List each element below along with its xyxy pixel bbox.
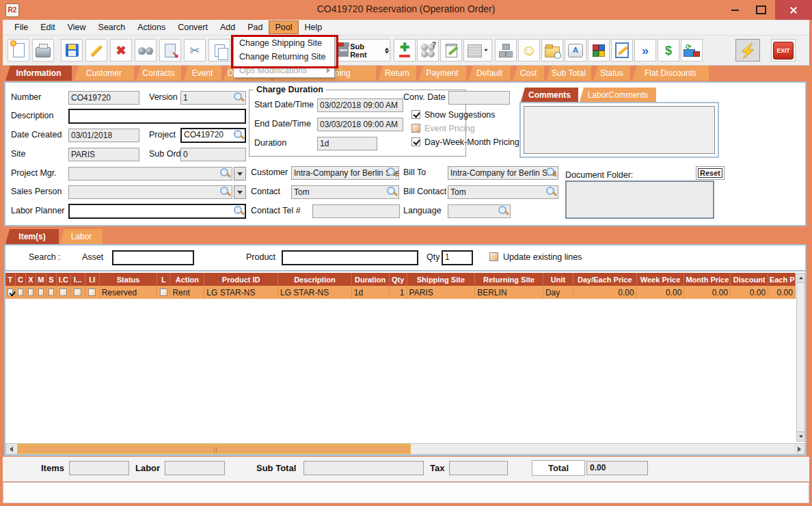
version-search-icon[interactable] [234,92,244,103]
minimize-button[interactable] [723,0,746,20]
tab-cost[interactable]: Cost [513,66,544,81]
contact-field[interactable]: Tom [291,185,399,199]
row-t-checkbox[interactable] [8,289,13,296]
contact-tel-field[interactable] [312,204,400,218]
labor-planner-search-icon[interactable] [234,206,244,216]
shortcut-key-button[interactable]: A [565,39,586,62]
tab-flat-discounts[interactable]: Flat Discounts [632,66,709,81]
day-week-month-checkbox[interactable] [411,137,420,146]
calendar-button[interactable] [463,39,492,62]
show-suggestions-checkbox[interactable] [411,110,420,119]
customer-button[interactable]: ☺ [518,39,540,62]
menu-file[interactable]: File [8,21,34,34]
row-product-id[interactable]: LG STAR-NS [204,286,278,299]
availability-button[interactable]: ? [417,39,439,62]
menu-actions[interactable]: Actions [131,21,172,34]
description-input[interactable] [68,109,246,124]
quick-launch-button[interactable]: ⚡ [735,39,760,62]
items-horizontal-scrollbar[interactable] [5,443,805,455]
project-mgr-search-icon[interactable] [220,168,230,178]
row-s-checkbox[interactable] [49,289,54,296]
row-discount[interactable]: 0.00 [731,286,768,299]
items-vertical-scrollbar[interactable] [796,273,805,442]
menu-item-change-shipping-site[interactable]: Change Shipping Site [234,36,334,50]
site-structure-button[interactable] [495,39,517,62]
print-button[interactable] [32,39,54,62]
menu-edit[interactable]: Edit [34,21,62,34]
row-week-price[interactable]: 0.00 [637,286,685,299]
menu-pad[interactable]: Pad [241,21,269,34]
project-mgr-field[interactable] [68,167,232,181]
send-invoice-button[interactable]: » [634,39,656,62]
qty-input[interactable]: 1 [442,250,473,265]
row-ii-checkbox[interactable] [88,289,96,296]
bill-contact-field[interactable]: Tom [448,185,558,199]
row-m-checkbox[interactable] [38,289,44,296]
tab-items[interactable]: Item(s) [5,229,59,244]
copy-button[interactable] [208,39,230,62]
exit-button[interactable]: EXIT [771,39,796,62]
billing-notes-button[interactable]: $ [658,39,679,62]
product-input[interactable] [282,250,418,265]
sub-rent-spinner-icon[interactable] [384,47,390,54]
menu-view[interactable]: View [62,21,92,34]
language-search-icon[interactable] [498,206,509,216]
asset-input[interactable] [112,250,194,265]
comments-textarea[interactable] [524,106,715,154]
scroll-up-icon[interactable] [797,274,804,283]
col-status[interactable]: Status [100,273,158,286]
labor-planner-input[interactable] [68,204,246,219]
sales-person-search-icon[interactable] [220,187,230,197]
row-month-price[interactable]: 0.00 [684,286,731,299]
row-action[interactable]: Rent [170,286,204,299]
col-c[interactable]: C [16,273,26,286]
tab-event[interactable]: Event [183,66,221,81]
col-discount[interactable]: Discount [731,273,768,286]
tab-customer[interactable]: Customer [74,66,134,81]
col-ic[interactable]: I.C [57,273,71,286]
row-returning-site[interactable]: BERLIN [475,286,543,299]
maximize-button[interactable] [749,0,772,20]
row-description[interactable]: LG STAR-NS [278,286,352,299]
sales-person-dropdown[interactable] [234,185,246,199]
notes-button[interactable] [440,39,462,62]
menu-help[interactable]: Help [299,21,329,34]
row-net-price[interactable]: 0.00 [768,286,796,299]
col-month-price[interactable]: Month Price [684,273,731,286]
new-document-button[interactable] [8,39,29,62]
table-row[interactable]: Reserved Rent LG STAR-NS LG STAR-NS 1d 1… [5,286,796,299]
update-existing-checkbox[interactable] [489,252,498,261]
col-l[interactable]: L [157,273,170,286]
tab-comments[interactable]: Comments [521,88,578,102]
tab-return[interactable]: Return [378,66,416,81]
scroll-left-icon[interactable] [6,444,16,454]
delete-button[interactable]: ✖ [110,39,132,62]
customer-search-icon[interactable] [387,168,397,178]
bill-contact-search-icon[interactable] [546,187,556,197]
col-t[interactable]: T [5,273,16,286]
tab-sub-total[interactable]: Sub Total [546,66,591,81]
col-unit[interactable]: Unit [543,273,573,286]
tab-labor[interactable]: Labor [60,229,103,244]
customer-field[interactable]: Intra-Company for Berlin Site [291,166,399,180]
menu-item-change-returning-site[interactable]: Change Returning Site [234,50,334,64]
tab-contacts[interactable]: Contacts [136,66,181,81]
menu-convert[interactable]: Convert [172,21,214,34]
col-net-price[interactable]: Net Each Price [768,273,796,286]
tab-payment[interactable]: Payment [418,66,466,81]
products-button[interactable] [588,39,610,62]
find-button[interactable] [135,39,157,62]
menu-pool[interactable]: Pool [269,21,298,34]
col-description[interactable]: Description [278,273,352,286]
col-week-price[interactable]: Week Price [637,273,685,286]
col-day-price[interactable]: Day/Each Price [573,273,637,286]
edit-order-button[interactable] [611,39,633,62]
col-s[interactable]: S [46,273,57,286]
sales-person-field[interactable] [68,185,232,199]
tab-default[interactable]: Default [468,66,511,81]
paste-special-button[interactable]: ↘ [159,39,181,62]
reset-button[interactable]: Reset [696,166,725,180]
sub-rent-button[interactable]: Sub Rent [337,39,390,62]
save-button[interactable] [61,39,83,62]
row-x-checkbox[interactable] [28,289,33,296]
